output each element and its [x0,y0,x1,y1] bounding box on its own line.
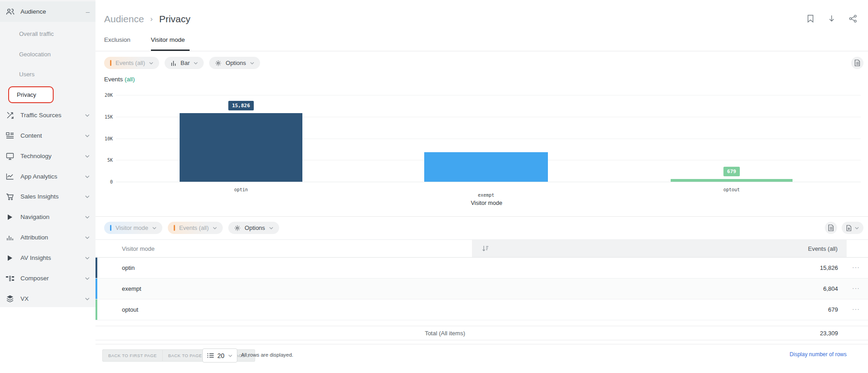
y-axis-tick: 15K [95,114,113,119]
table-view-button[interactable] [825,222,837,234]
sidebar-item-traffic-sources[interactable]: Traffic Sources [0,105,95,125]
sidebar-item-label: Traffic Sources [20,112,61,119]
sidebar-item-sales-insights[interactable]: Sales Insights [0,186,95,207]
chevron-down-icon [85,236,90,239]
main-content: Audience › Privacy [95,0,868,373]
privacy-annotation-box[interactable]: Privacy [8,86,54,103]
sidebar-item-label: Privacy [17,91,36,98]
row-value: 679 [828,306,838,313]
chevron-down-icon [250,62,254,65]
sidebar-item-overall-traffic[interactable]: Overall traffic [0,24,95,44]
dimension-color-indicator-icon [110,225,111,231]
chevron-down-icon [85,216,90,219]
tab-exclusion[interactable]: Exclusion [104,36,130,51]
sidebar-item-geolocation[interactable]: Geolocation [0,44,95,65]
table-row-exempt[interactable]: exempt 6,804 ··· [95,279,868,299]
bar-exempt[interactable] [424,152,548,182]
total-label: Total (All items) [425,330,465,337]
download-icon[interactable] [827,14,837,24]
row-menu-icon[interactable]: ··· [852,284,860,292]
breadcrumb-parent[interactable]: Audience [104,14,144,25]
tab-label: Exclusion [104,36,130,43]
chart-options-button[interactable]: Options [209,57,260,69]
gear-icon [234,225,241,231]
metric-column-header-zone: Events (all) [472,240,847,257]
tab-bar: Exclusion Visitor mode [104,36,190,51]
display-number-of-rows-link[interactable]: Display number of rows [790,351,847,358]
app-analytics-icon [5,172,15,181]
sidebar-item-vx[interactable]: VX [0,288,95,309]
table-row-optin[interactable]: optin 15,826 ··· [95,258,868,279]
sidebar-item-app-analytics[interactable]: App Analytics [0,166,95,187]
sidebar: Audience – Overall traffic Geolocation U… [0,0,95,307]
share-icon[interactable] [848,14,858,24]
chevron-down-icon [85,298,90,300]
av-insights-icon [5,254,15,263]
y-axis-tick: 10K [95,136,113,141]
table-toolbar: Visitor mode Events (all) [104,222,279,234]
sidebar-item-label: Attribution [20,234,48,241]
list-icon [207,353,214,358]
chart-metric-selector[interactable]: Events (all) [104,57,159,69]
navigation-icon [5,213,15,222]
chart-options-label: Options [226,60,246,66]
total-value: 23,309 [820,330,838,337]
sidebar-item-navigation[interactable]: Navigation [0,207,95,227]
chart-type-selector[interactable]: Bar [165,57,204,69]
bar-optout[interactable] [671,179,793,182]
chevron-down-icon [269,227,273,229]
technology-icon [5,152,15,161]
sidebar-item-technology[interactable]: Technology [0,146,95,166]
sidebar-item-attribution[interactable]: Attribution [0,227,95,248]
table-dimension-selector[interactable]: Visitor mode [104,222,162,234]
row-menu-icon[interactable]: ··· [852,305,860,313]
sidebar-item-label: Audience [20,8,46,15]
y-axis-tick: 0 [95,179,113,184]
sidebar-item-audience[interactable]: Audience – [0,1,95,22]
x-axis-line [116,182,861,182]
rows-per-page-select[interactable]: 20 [202,348,237,363]
content-icon [5,131,15,140]
sidebar-item-users[interactable]: Users [0,64,95,85]
table-export-actions [825,222,863,234]
section-divider [95,216,868,217]
sidebar-item-content[interactable]: Content [0,125,95,146]
table-options-button[interactable]: Options [228,222,279,234]
tab-label: Visitor mode [151,36,185,43]
collapse-icon[interactable]: – [86,8,90,15]
sidebar-item-av-insights[interactable]: AV Insights [0,248,95,268]
table-metric-selector[interactable]: Events (all) [168,222,223,234]
x-axis-tick: optout [723,187,740,192]
sidebar-item-label: Overall traffic [19,30,54,37]
bookmark-icon[interactable] [805,14,815,24]
back-to-first-page-button[interactable]: BACK TO FIRST PAGE [102,349,163,362]
pagination-bar: BACK TO FIRST PAGE BACK TO PAGE 1 SHOW P… [95,344,868,373]
sidebar-item-label: Geolocation [19,51,50,58]
table-download-button[interactable] [842,222,863,234]
chevron-down-icon [85,114,90,117]
sidebar-item-privacy[interactable]: Privacy [0,85,95,105]
sidebar-item-composer[interactable]: Composer [0,268,95,288]
chart-export-button[interactable] [851,57,863,69]
column-header-events-all[interactable]: Events (all) [808,245,838,252]
sidebar-item-label: Composer [20,275,49,282]
row-menu-icon[interactable]: ··· [852,264,860,271]
composer-icon [5,274,15,283]
table-row-optout[interactable]: optout 679 ··· [95,299,868,320]
row-label: optin [122,264,135,271]
column-header-visitor-mode[interactable]: Visitor mode [122,245,155,252]
chevron-down-icon [213,227,217,229]
breadcrumb: Audience › Privacy [104,14,191,25]
table-total-row: Total (All items) 23,309 [95,326,868,340]
bar-optin[interactable] [180,113,302,182]
sidebar-item-label: Technology [20,153,51,159]
row-color-strip [95,299,97,320]
metric-selector-label: Events (all) [179,224,209,231]
row-color-strip [95,279,97,299]
gear-icon [215,60,221,66]
gridline [116,95,861,95]
tab-visitor-mode[interactable]: Visitor mode [151,36,190,51]
sort-descending-icon[interactable] [482,245,489,252]
sidebar-item-label: AV Insights [20,254,51,261]
chevron-down-icon [85,175,90,178]
